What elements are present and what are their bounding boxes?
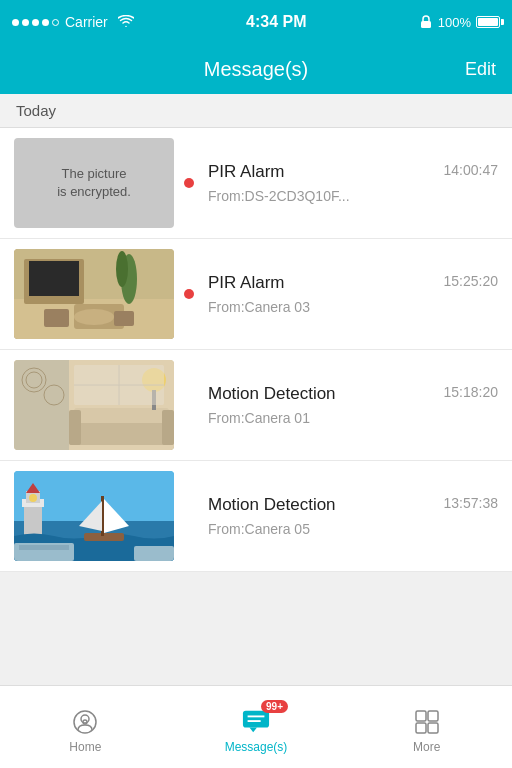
signal-dot-1 [12, 19, 19, 26]
svg-rect-49 [428, 723, 438, 733]
tab-home-label: Home [69, 740, 101, 754]
message-time-1: 14:00:47 [444, 162, 499, 178]
svg-rect-17 [74, 408, 169, 423]
message-content-1: PIR Alarm 14:00:47 From:DS-2CD3Q10F... [204, 162, 498, 204]
message-time-3: 15:18:20 [444, 384, 499, 400]
svg-rect-12 [14, 360, 69, 450]
edit-button[interactable]: Edit [465, 59, 496, 80]
svg-point-41 [83, 720, 87, 724]
message-title-4: Motion Detection [208, 495, 336, 515]
message-content-2: PIR Alarm 15:25:20 From:Canera 03 [204, 273, 498, 315]
svg-rect-9 [44, 309, 69, 327]
battery-icon [476, 16, 500, 28]
svg-rect-4 [29, 261, 79, 296]
tab-home[interactable]: Home [0, 700, 171, 754]
status-left: Carrier [12, 14, 134, 30]
signal-dot-3 [32, 19, 39, 26]
battery-percent: 100% [438, 15, 471, 30]
status-right: 100% [419, 15, 500, 30]
tab-more[interactable]: More [341, 700, 512, 754]
tab-messages[interactable]: 99+ Message(s) [171, 700, 342, 754]
signal-dot-5 [52, 19, 59, 26]
message-from-1: From:DS-2CD3Q10F... [208, 188, 498, 204]
thumbnail-sailing [14, 471, 174, 561]
svg-point-40 [81, 715, 89, 723]
message-top-2: PIR Alarm 15:25:20 [208, 273, 498, 293]
tab-more-label: More [413, 740, 440, 754]
section-header-today: Today [0, 94, 512, 128]
svg-marker-43 [249, 728, 256, 733]
message-top-3: Motion Detection 15:18:20 [208, 384, 498, 404]
message-title-2: PIR Alarm [208, 273, 285, 293]
message-content-3: Motion Detection 15:18:20 From:Canera 01 [204, 384, 498, 426]
messages-list: The pictureis encrypted. PIR Alarm 14:00… [0, 128, 512, 572]
message-item-3[interactable]: Motion Detection 15:18:20 From:Canera 01 [0, 350, 512, 461]
svg-rect-38 [134, 546, 174, 561]
message-from-4: From:Canera 05 [208, 521, 498, 537]
carrier-label: Carrier [65, 14, 108, 30]
messages-badge: 99+ [261, 700, 288, 713]
svg-rect-42 [243, 711, 269, 728]
home-icon [71, 708, 99, 736]
svg-point-31 [29, 494, 37, 502]
svg-point-6 [116, 251, 128, 287]
message-item-2[interactable]: PIR Alarm 15:25:20 From:Canera 03 [0, 239, 512, 350]
message-time-4: 13:57:38 [444, 495, 499, 511]
today-label: Today [16, 102, 56, 119]
signal-dot-2 [22, 19, 29, 26]
message-time-2: 15:25:20 [444, 273, 499, 289]
status-time: 4:34 PM [246, 13, 306, 31]
message-top-1: PIR Alarm 14:00:47 [208, 162, 498, 182]
message-item-1[interactable]: The pictureis encrypted. PIR Alarm 14:00… [0, 128, 512, 239]
message-title-1: PIR Alarm [208, 162, 285, 182]
svg-rect-10 [114, 311, 134, 326]
status-bar: Carrier 4:34 PM 100% [0, 0, 512, 44]
svg-rect-0 [421, 21, 431, 28]
nav-title: Message(s) [204, 58, 308, 81]
svg-rect-37 [19, 545, 69, 550]
nav-header: Message(s) Edit [0, 44, 512, 94]
wifi-icon [118, 14, 134, 30]
message-title-3: Motion Detection [208, 384, 336, 404]
message-from-3: From:Canera 01 [208, 410, 498, 426]
svg-rect-19 [162, 410, 174, 445]
message-content-4: Motion Detection 13:57:38 From:Canera 05 [204, 495, 498, 537]
signal-dot-4 [42, 19, 49, 26]
messages-icon-wrapper: 99+ [242, 708, 270, 736]
unread-indicator-2 [184, 289, 194, 299]
thumbnail-interior [14, 360, 174, 450]
lock-icon [419, 15, 433, 29]
message-from-2: From:Canera 03 [208, 299, 498, 315]
thumbnail-living-room [14, 249, 174, 339]
signal-dots [12, 19, 59, 26]
encrypted-text: The pictureis encrypted. [57, 165, 131, 201]
message-top-4: Motion Detection 13:57:38 [208, 495, 498, 515]
svg-rect-48 [416, 723, 426, 733]
svg-point-8 [74, 309, 114, 325]
svg-rect-46 [416, 711, 426, 721]
svg-rect-18 [69, 410, 81, 445]
unread-indicator-1 [184, 178, 194, 188]
thumbnail-encrypted: The pictureis encrypted. [14, 138, 174, 228]
message-item-4[interactable]: Motion Detection 13:57:38 From:Canera 05 [0, 461, 512, 572]
tab-messages-label: Message(s) [225, 740, 288, 754]
more-icon [413, 708, 441, 736]
tab-bar: Home 99+ Message(s) [0, 685, 512, 768]
svg-rect-47 [428, 711, 438, 721]
